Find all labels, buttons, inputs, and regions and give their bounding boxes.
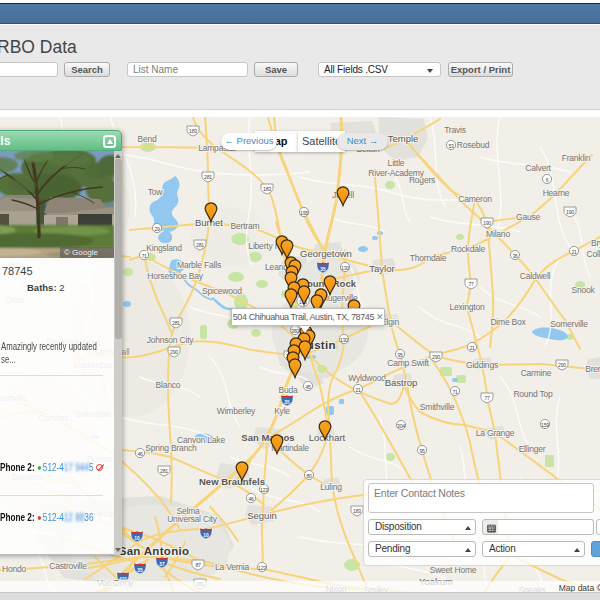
svg-text:Wyldwood: Wyldwood — [348, 373, 386, 383]
svg-text:130: 130 — [341, 265, 349, 271]
svg-text:La Vernia: La Vernia — [215, 562, 250, 572]
svg-text:304: 304 — [397, 423, 405, 429]
svg-text:Smithville: Smithville — [420, 402, 455, 412]
svg-text:Bry: Bry — [591, 238, 600, 248]
svg-text:95: 95 — [397, 352, 403, 358]
svg-text:Little: Little — [388, 158, 405, 168]
svg-text:183: 183 — [189, 128, 197, 134]
svg-text:Castroville: Castroville — [49, 561, 87, 571]
svg-text:Johnson City: Johnson City — [147, 335, 195, 345]
svg-text:Carmine: Carmine — [521, 368, 552, 378]
svg-text:Cameron: Cameron — [458, 194, 492, 204]
svg-text:Caldwell: Caldwell — [520, 271, 551, 281]
svg-text:190: 190 — [566, 209, 574, 215]
svg-text:36: 36 — [512, 253, 518, 259]
svg-text:71: 71 — [452, 389, 458, 395]
svg-text:10: 10 — [134, 536, 140, 541]
svg-text:6: 6 — [546, 177, 549, 183]
svg-text:© Google: © Google — [64, 248, 98, 257]
svg-text:Bertram: Bertram — [231, 221, 260, 231]
svg-text:159: 159 — [541, 422, 549, 428]
svg-text:37: 37 — [159, 562, 165, 567]
svg-text:281: 281 — [160, 468, 168, 474]
svg-text:River-Academy: River-Academy — [368, 168, 424, 178]
svg-text:290: 290 — [558, 362, 566, 368]
svg-text:290: 290 — [432, 354, 440, 360]
svg-text:281: 281 — [196, 242, 204, 248]
svg-text:Hearne: Hearne — [543, 188, 570, 198]
svg-text:Bastrop: Bastrop — [385, 377, 418, 388]
svg-text:46: 46 — [248, 496, 254, 502]
svg-text:Blanco: Blanco — [156, 380, 181, 390]
svg-text:Georgetown: Georgetown — [300, 248, 352, 259]
svg-text:Snook: Snook — [571, 285, 595, 295]
svg-text:123: 123 — [258, 565, 266, 571]
svg-text:Ellinger: Ellinger — [519, 444, 546, 454]
svg-text:Spicewood: Spicewood — [202, 286, 242, 296]
svg-text:Round Top: Round Top — [513, 389, 553, 399]
svg-text:San Antonio: San Antonio — [119, 545, 190, 557]
svg-text:La Grange: La Grange — [476, 428, 515, 438]
svg-text:San Marcos: San Marcos — [241, 432, 294, 443]
svg-text:29: 29 — [154, 226, 160, 232]
svg-text:290: 290 — [170, 349, 178, 355]
svg-text:Gause: Gause — [516, 212, 541, 222]
svg-text:Lexington: Lexington — [449, 302, 485, 312]
svg-text:80: 80 — [306, 473, 312, 479]
svg-text:Temple: Temple — [388, 133, 419, 144]
svg-text:Calvert: Calvert — [525, 163, 551, 173]
svg-text:Travis: Travis — [444, 125, 466, 135]
svg-text:77: 77 — [484, 395, 490, 401]
svg-text:21: 21 — [571, 249, 577, 255]
svg-text:Sweet Home: Sweet Home — [430, 565, 477, 575]
svg-text:Brenh: Brenh — [585, 364, 600, 374]
svg-text:Taylor: Taylor — [369, 263, 394, 274]
svg-text:71: 71 — [141, 253, 147, 259]
svg-text:Kyle: Kyle — [274, 406, 290, 416]
svg-text:Somerville: Somerville — [550, 319, 588, 329]
svg-text:Spring Branch: Spring Branch — [145, 443, 197, 453]
svg-text:Tow: Tow — [148, 187, 164, 197]
svg-text:Rosebud: Rosebud — [457, 140, 490, 150]
svg-text:95: 95 — [419, 448, 425, 454]
svg-text:123: 123 — [260, 487, 268, 493]
svg-text:Universal City: Universal City — [167, 514, 218, 524]
svg-text:87: 87 — [195, 562, 201, 568]
svg-text:281: 281 — [204, 174, 212, 180]
svg-text:21: 21 — [355, 387, 361, 393]
svg-text:190: 190 — [483, 220, 491, 226]
svg-text:Thorndale: Thorndale — [410, 253, 447, 263]
svg-text:Marble Falls: Marble Falls — [177, 260, 221, 270]
svg-text:Rockdale: Rockdale — [451, 244, 485, 254]
svg-text:21: 21 — [469, 345, 475, 351]
svg-text:195: 195 — [300, 210, 308, 216]
svg-text:45: 45 — [305, 384, 311, 390]
svg-text:35: 35 — [320, 267, 326, 272]
svg-text:Dime Box: Dime Box — [490, 317, 526, 327]
svg-text:77: 77 — [468, 281, 474, 287]
svg-text:Camp Swift: Camp Swift — [387, 358, 429, 368]
svg-text:183: 183 — [353, 508, 361, 514]
svg-text:35: 35 — [284, 400, 290, 405]
svg-text:Bend: Bend — [137, 134, 157, 144]
svg-text:Colleg: Colleg — [587, 249, 600, 259]
svg-text:Buda: Buda — [278, 385, 298, 395]
svg-text:Milano: Milano — [486, 229, 510, 239]
svg-text:Luling: Luling — [320, 482, 342, 492]
svg-text:130: 130 — [340, 337, 348, 343]
svg-text:35: 35 — [137, 568, 143, 573]
svg-text:10: 10 — [203, 533, 209, 538]
svg-text:360: 360 — [291, 328, 299, 334]
svg-text:Kingsland: Kingsland — [146, 243, 182, 253]
svg-text:281: 281 — [172, 320, 180, 326]
svg-text:Giddings: Giddings — [466, 360, 498, 370]
svg-text:Hondo: Hondo — [2, 564, 27, 574]
svg-text:183: 183 — [263, 186, 271, 192]
svg-text:New Braunfels: New Braunfels — [199, 476, 265, 487]
svg-text:Horseshoe Bay: Horseshoe Bay — [147, 271, 203, 281]
svg-text:Wimberley: Wimberley — [217, 406, 256, 416]
svg-text:Seguin: Seguin — [247, 510, 277, 521]
svg-text:46: 46 — [137, 451, 143, 457]
svg-text:53: 53 — [448, 143, 454, 149]
svg-text:Franklin: Franklin — [562, 153, 591, 163]
